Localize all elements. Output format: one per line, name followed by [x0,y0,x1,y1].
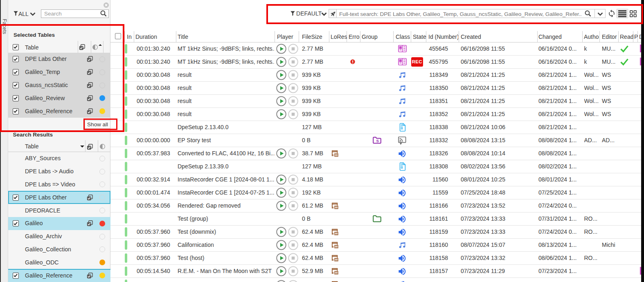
svg-text:S: S [376,139,378,143]
